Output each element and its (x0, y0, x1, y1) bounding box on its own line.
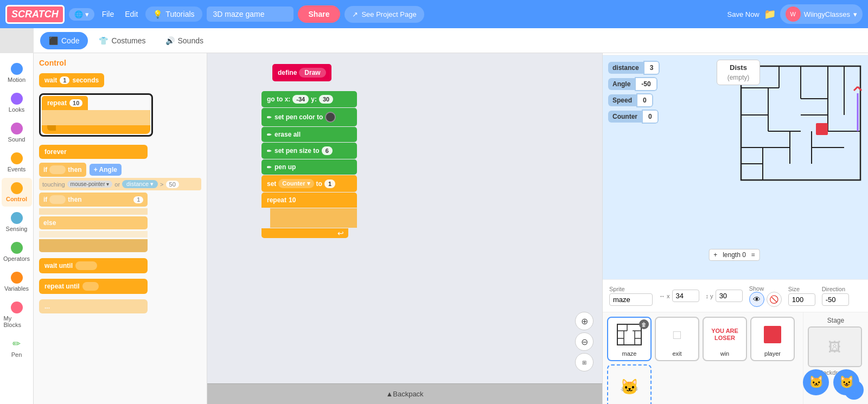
file-menu[interactable]: File (99, 8, 118, 21)
tab-bar: ⬛ Code 👕 Costumes 🔊 Sounds (34, 28, 868, 53)
share-button[interactable]: Share (298, 5, 341, 23)
hide-button[interactable]: 🚫 (767, 292, 782, 307)
sidebar-label-sound: Sound (8, 136, 25, 143)
myblocks-dot (11, 302, 23, 313)
fit-button[interactable]: ⊞ (575, 353, 593, 371)
goto-xy-block[interactable]: go to x: -34 y: 30 (261, 91, 357, 107)
distance-monitor: distance 3 (608, 61, 660, 75)
folder-button[interactable]: 📁 (764, 8, 776, 20)
scratch-cat-button[interactable]: 😺 (833, 369, 859, 395)
set-pen-color-block[interactable]: ✏ set pen color to (261, 108, 357, 126)
sprite-thumb-player[interactable]: player (750, 317, 795, 361)
zoom-out-button[interactable]: ⊖ (575, 332, 593, 351)
sprite-delete-maze[interactable]: 🗑 (639, 319, 649, 329)
motion-dot (11, 63, 23, 75)
forever-block[interactable]: forever (39, 145, 148, 159)
else-block[interactable]: else (39, 216, 148, 229)
svg-line-21 (854, 87, 858, 91)
variable-monitors: distance 3 Angle -50 Speed 0 Counter 0 (608, 61, 660, 124)
sidebar-item-control[interactable]: Control (2, 178, 32, 207)
sidebar-label-variables: Variables (4, 285, 29, 292)
add-extension-button[interactable]: 🐱 (803, 369, 829, 395)
tutorials-button[interactable]: 💡 Tutorials (145, 7, 202, 22)
sidebar: Motion Looks Sound Events Control Sensin… (0, 53, 34, 404)
if-then-block[interactable]: if then (39, 163, 86, 177)
tab-costumes[interactable]: 👕 Costumes (90, 32, 154, 49)
sidebar-item-looks[interactable]: Looks (2, 88, 32, 117)
sprite-label-win: win (720, 350, 730, 357)
edit-menu[interactable]: Edit (122, 8, 141, 21)
add-sprite-button[interactable]: 🐱 (607, 364, 652, 404)
main-area: ⬛ Code 👕 Costumes 🔊 Sounds Motion Looks … (0, 28, 868, 404)
sidebar-item-myblocks[interactable]: My Blocks (2, 297, 32, 332)
set-counter-block[interactable]: set Counter ▾ to 1 (261, 175, 357, 192)
coding-area: define Draw go to x: -34 y: 30 ✏ set pen… (207, 53, 602, 404)
sprites-left: 🗑 maze (603, 312, 803, 404)
stage-panel: ⚑ ⬛ ▣ ⤢ distance 3 Angle -50 (602, 28, 868, 404)
repeat-until-block[interactable]: repeat until (39, 279, 148, 294)
dists-panel: Dists (empty) (717, 60, 760, 85)
sidebar-item-motion[interactable]: Motion (2, 59, 32, 87)
pen-up-block[interactable]: ✏ pen up (261, 159, 357, 175)
wait-until-block[interactable]: wait until (39, 258, 148, 273)
stage-label: Stage (808, 317, 864, 324)
see-project-button[interactable]: ↗ See Project Page (344, 6, 424, 23)
language-button[interactable]: 🌐 ▾ (69, 8, 94, 21)
direction-input[interactable] (822, 293, 849, 306)
save-now-button[interactable]: Save Now (727, 10, 760, 18)
angle-monitor: Angle -50 (608, 77, 658, 91)
costumes-icon: 👕 (99, 36, 108, 45)
backpack-bar[interactable]: ▲ Backpack (207, 383, 602, 404)
dists-title: Dists (724, 63, 753, 72)
if-then-block2[interactable]: if then 1 (39, 193, 148, 207)
define-draw-stack[interactable]: define Draw (272, 64, 331, 81)
project-name-input[interactable] (207, 7, 293, 22)
sprite-thumb-win[interactable]: YOU ARELOSER win (703, 317, 747, 361)
stage-thumb[interactable]: 🖼 (808, 326, 862, 367)
dists-empty: (empty) (724, 74, 753, 81)
sidebar-item-operators[interactable]: Operators (2, 238, 32, 266)
erase-all-block[interactable]: ✏ erase all (261, 127, 357, 142)
sidebar-label-motion: Motion (8, 76, 25, 83)
more-blocks[interactable]: ... (39, 299, 148, 313)
condition-row: touching mouse-pointer ▾ or distance ▾ >… (39, 178, 201, 190)
operators-dot (11, 242, 23, 254)
set-pen-size-block[interactable]: ✏ set pen size to 6 (261, 143, 357, 159)
show-button[interactable]: 👁 (749, 292, 764, 307)
green-blocks-stack[interactable]: go to x: -34 y: 30 ✏ set pen color to ✏ … (261, 91, 357, 238)
sidebar-label-control: Control (6, 196, 27, 202)
sidebar-label-pen: Pen (11, 351, 22, 358)
sprite-name-input[interactable] (609, 293, 653, 306)
events-dot (11, 152, 23, 164)
sidebar-item-events[interactable]: Events (2, 148, 32, 177)
bottom-right-buttons: 🐱 😺 (803, 369, 859, 395)
tab-code[interactable]: ⬛ Code (40, 32, 88, 49)
remix-icon: ↗ (352, 10, 358, 18)
stage-backdrop-icon: 🖼 (828, 339, 841, 355)
user-menu[interactable]: W WiingyClasses ▾ (780, 4, 863, 24)
scratch-logo[interactable]: SCRATCH (5, 5, 65, 24)
svg-rect-19 (816, 123, 828, 135)
wait-block[interactable]: wait 1 seconds (39, 73, 104, 87)
sensing-dot (11, 212, 23, 224)
sidebar-item-sound[interactable]: Sound (2, 118, 32, 147)
cat-icon: 🐱 (809, 375, 824, 389)
x-coord-field: ↔ x (659, 290, 699, 302)
blocks-panel: Control wait 1 seconds repeat 10 forever (34, 53, 207, 404)
sidebar-item-variables[interactable]: Variables (2, 267, 32, 296)
zoom-in-button[interactable]: ⊕ (575, 312, 593, 330)
y-coord-input[interactable] (716, 290, 743, 302)
sidebar-item-sensing[interactable]: Sensing (2, 208, 32, 236)
sprite-thumb-maze[interactable]: 🗑 maze (607, 317, 652, 361)
zoom-controls: ⊕ ⊖ ⊞ (575, 312, 593, 371)
tab-sounds[interactable]: 🔊 Sounds (157, 32, 212, 49)
repeat-block-selected[interactable]: repeat 10 (39, 93, 153, 137)
size-input[interactable] (788, 293, 815, 306)
define-block[interactable]: define Draw (272, 64, 331, 81)
angle-block[interactable]: + Angle (90, 164, 122, 176)
sidebar-label-myblocks: My Blocks (4, 315, 30, 328)
repeat-block-canvas[interactable]: repeat 10 (261, 193, 357, 208)
x-coord-input[interactable] (672, 290, 699, 302)
sidebar-item-pen[interactable]: ✏ Pen (2, 334, 32, 362)
sprite-thumb-exit[interactable]: □ exit (655, 317, 699, 361)
